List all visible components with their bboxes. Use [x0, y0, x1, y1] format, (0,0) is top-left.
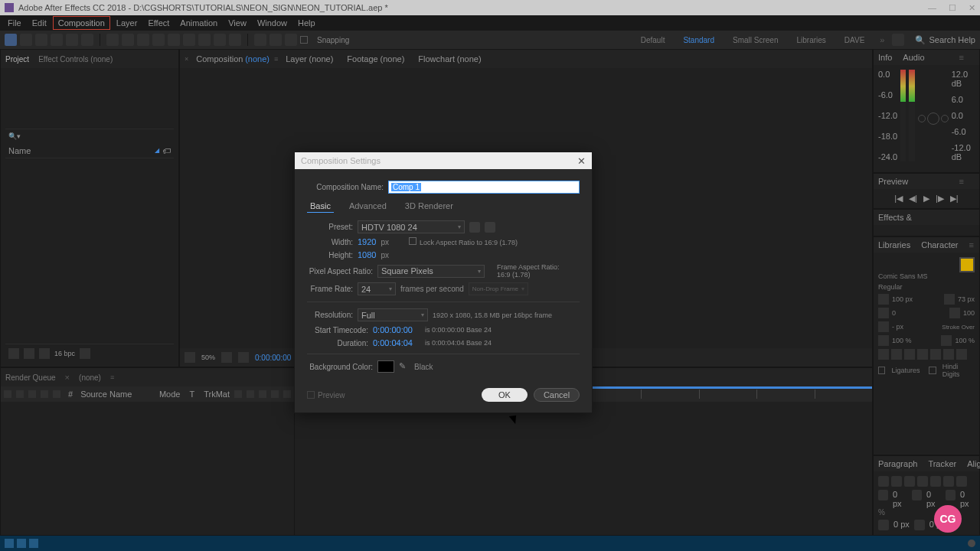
roto-tool[interactable]: [214, 34, 226, 46]
speaker-icon[interactable]: [16, 390, 24, 398]
eraser-tool[interactable]: [198, 34, 211, 46]
font-family[interactable]: Comic Sans MS: [878, 272, 928, 280]
workspace-standard[interactable]: Standard: [675, 34, 722, 46]
transparency-icon[interactable]: [238, 352, 249, 363]
menu-window[interactable]: Window: [253, 17, 292, 29]
last-frame-icon[interactable]: ▶|: [950, 194, 959, 204]
width-value[interactable]: 1920: [358, 237, 376, 246]
rect-tool[interactable]: [106, 34, 119, 46]
tab-info[interactable]: Info: [878, 53, 892, 62]
start-tc-value[interactable]: 0:00:00:00: [373, 325, 413, 334]
comp-name-input[interactable]: Comp 1: [388, 181, 580, 194]
tab-audio[interactable]: Audio: [903, 53, 924, 62]
minimize-button[interactable]: —: [928, 3, 936, 13]
dialog-close-button[interactable]: ✕: [577, 155, 586, 167]
lock-aspect-checkbox[interactable]: [409, 237, 416, 245]
first-frame-icon[interactable]: |◀: [894, 194, 903, 204]
col-mode[interactable]: Mode: [159, 390, 181, 399]
pen-tool[interactable]: [137, 34, 149, 46]
menu-help[interactable]: Help: [293, 17, 320, 29]
solo-icon[interactable]: [28, 390, 36, 398]
resolution-dropdown[interactable]: Full▾: [358, 308, 428, 321]
duration-value[interactable]: 0:00:04:04: [373, 338, 413, 347]
puppet-tool[interactable]: [229, 34, 241, 46]
tab-footage[interactable]: Footage (none): [341, 53, 410, 65]
ellipse-tool[interactable]: [122, 34, 134, 46]
orbit-tool[interactable]: [66, 34, 78, 46]
interpret-icon[interactable]: [8, 348, 19, 359]
hand-tool[interactable]: [35, 34, 47, 46]
close-button[interactable]: ✕: [969, 3, 975, 13]
local-axis-tool[interactable]: [254, 34, 266, 46]
play-icon[interactable]: ▶: [923, 194, 929, 204]
menu-animation[interactable]: Animation: [175, 17, 222, 29]
dialog-titlebar[interactable]: Composition Settings ✕: [295, 152, 592, 169]
magnify-icon[interactable]: [185, 352, 195, 363]
status-icon-3[interactable]: [29, 539, 38, 548]
save-preset-icon[interactable]: [469, 222, 480, 233]
tab-character[interactable]: Character: [921, 240, 958, 249]
status-icon-1[interactable]: [5, 539, 14, 548]
folder-icon[interactable]: [24, 348, 34, 359]
par-dropdown[interactable]: Square Pixels▾: [377, 265, 485, 278]
menu-effect[interactable]: Effect: [143, 17, 174, 29]
eyedropper-icon[interactable]: ✎: [399, 361, 410, 372]
tab-advanced[interactable]: Advanced: [346, 200, 390, 213]
ligatures-checkbox[interactable]: [878, 367, 885, 374]
col-source[interactable]: Source Name: [80, 390, 132, 399]
help-search[interactable]: 🔍 Search Help: [915, 35, 975, 45]
tab-timeline-none[interactable]: (none): [79, 373, 101, 382]
status-icon-2[interactable]: [17, 539, 26, 548]
tab-libraries[interactable]: Libraries: [878, 240, 910, 249]
comp-icon[interactable]: [39, 348, 50, 359]
fill-color-swatch[interactable]: [959, 257, 975, 272]
tab-paragraph[interactable]: Paragraph: [878, 459, 917, 468]
zoom-value[interactable]: 50%: [201, 354, 215, 361]
tab-composition[interactable]: Composition (none): [190, 53, 276, 65]
tab-project[interactable]: Project: [5, 55, 29, 64]
prev-frame-icon[interactable]: ◀|: [909, 194, 917, 204]
menu-composition[interactable]: Composition: [53, 16, 110, 30]
view-axis-tool[interactable]: [285, 34, 297, 46]
trash-icon[interactable]: [80, 348, 90, 359]
eye-icon[interactable]: [4, 390, 11, 398]
delete-preset-icon[interactable]: [485, 222, 495, 233]
tab-preview[interactable]: Preview: [878, 177, 908, 186]
tab-effect-controls[interactable]: Effect Controls (none): [38, 55, 113, 64]
selection-tool[interactable]: [20, 34, 32, 46]
workspace-default[interactable]: Default: [633, 34, 673, 46]
tab-flowchart[interactable]: Flowchart (none): [412, 53, 487, 65]
tab-3d-renderer[interactable]: 3D Renderer: [402, 200, 456, 213]
brush-tool[interactable]: [168, 34, 180, 46]
tab-align[interactable]: Align: [967, 459, 980, 468]
menu-view[interactable]: View: [224, 17, 251, 29]
col-name[interactable]: Name: [8, 146, 31, 155]
tab-effects[interactable]: Effects &: [878, 213, 912, 222]
tab-tracker[interactable]: Tracker: [928, 459, 956, 468]
hindi-checkbox[interactable]: [929, 367, 936, 374]
tab-basic[interactable]: Basic: [307, 200, 334, 213]
workspace-dave[interactable]: DAVE: [837, 34, 873, 46]
workspace-smallscreen[interactable]: Small Screen: [725, 34, 786, 46]
bgcolor-swatch[interactable]: [377, 360, 394, 373]
menu-layer[interactable]: Layer: [112, 17, 142, 29]
workspace-menu[interactable]: [892, 34, 904, 46]
menu-edit[interactable]: Edit: [28, 17, 51, 29]
font-style[interactable]: Regular: [878, 283, 903, 291]
zoom-tool[interactable]: [51, 34, 63, 46]
lock-icon[interactable]: [41, 390, 48, 398]
menu-file[interactable]: File: [3, 17, 26, 29]
world-axis-tool[interactable]: [270, 34, 282, 46]
framerate-dropdown[interactable]: 24▾: [358, 282, 396, 295]
tab-layer[interactable]: Layer (none): [279, 53, 339, 65]
next-frame-icon[interactable]: |▶: [936, 194, 944, 204]
label-icon[interactable]: [53, 390, 60, 398]
tab-render-queue[interactable]: Render Queue: [5, 373, 56, 382]
preset-dropdown[interactable]: HDTV 1080 24▾: [358, 220, 465, 233]
resolution-icon[interactable]: [221, 352, 232, 363]
snapping-checkbox[interactable]: [300, 36, 308, 44]
type-tool[interactable]: [152, 34, 165, 46]
workspace-libraries[interactable]: Libraries: [789, 34, 833, 46]
col-trkmat[interactable]: TrkMat: [204, 390, 230, 399]
cancel-button[interactable]: Cancel: [534, 388, 580, 402]
